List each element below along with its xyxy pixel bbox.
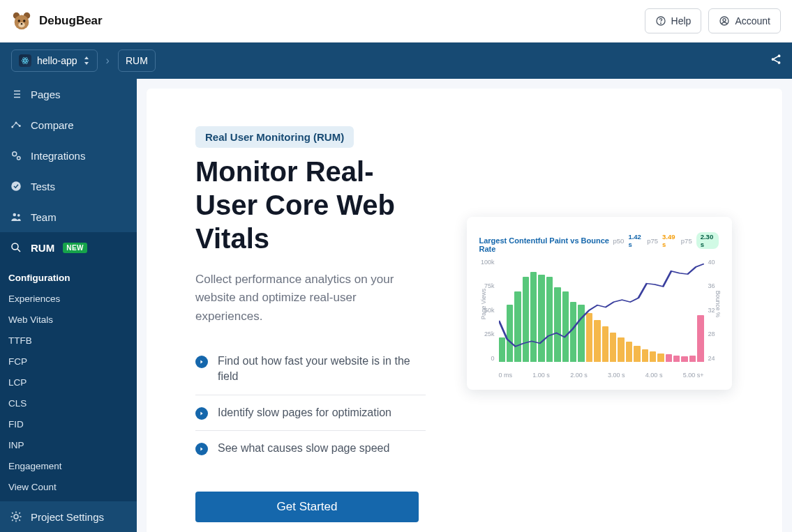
rum-sub-configuration[interactable]: Configuration [0, 267, 137, 288]
sidebar-item-rum[interactable]: RUM NEW [0, 232, 137, 263]
account-button[interactable]: Account [708, 8, 781, 33]
rum-sub-cls[interactable]: CLS [0, 393, 137, 413]
project-selector[interactable]: hello-app [11, 50, 98, 72]
rum-sub-web-vitals[interactable]: Web Vitals [0, 309, 137, 330]
svg-point-29 [11, 181, 21, 191]
share-button[interactable] [770, 53, 782, 68]
sidebar-item-label: Pages [31, 89, 61, 100]
rum-sub-lcp[interactable]: LCP [0, 372, 137, 393]
team-icon [10, 211, 22, 223]
plot-area [499, 259, 704, 362]
account-icon [719, 15, 730, 26]
y-axis-left: 100k75k50k25k0 [477, 259, 495, 362]
content-area: Real User Monitoring (RUM) Monitor Real-… [137, 79, 792, 532]
svg-point-4 [23, 20, 25, 22]
svg-point-31 [17, 214, 20, 217]
hero-card: Real User Monitoring (RUM) Monitor Real-… [147, 89, 782, 532]
rum-sub-engagement[interactable]: Engagement [0, 455, 137, 476]
chart-title: Largest Contentful Paint vs Bounce Rate [479, 236, 613, 253]
feature-item: See what causes slow page speed [195, 431, 426, 466]
bear-logo-icon [11, 10, 32, 31]
sidebar-item-team[interactable]: Team [0, 202, 137, 232]
magnify-icon [10, 241, 22, 254]
account-label: Account [735, 15, 770, 26]
sidebar-item-project-settings[interactable]: Project Settings [0, 501, 137, 532]
sidebar-item-integrations[interactable]: Integrations [0, 140, 137, 171]
sidebar-item-label: Integrations [31, 150, 85, 162]
sidebar: Pages Compare Integrations Tests Team RU… [0, 79, 137, 532]
sidebar-item-pages[interactable]: Pages [0, 79, 137, 109]
chevron-right-icon: › [106, 54, 110, 67]
svg-point-14 [24, 60, 26, 61]
top-actions: Help Account [645, 8, 781, 33]
y-axis-right: 4036322824 [708, 259, 722, 362]
breadcrumb-current[interactable]: RUM [118, 50, 156, 72]
chart-body: Page Views Bounce % 100k75k50k25k0 40363… [477, 259, 722, 379]
sidebar-item-label: RUM [31, 242, 54, 254]
react-icon [19, 54, 31, 67]
svg-point-30 [13, 213, 17, 217]
svg-point-8 [660, 23, 661, 24]
breadcrumb-current-label: RUM [126, 55, 148, 66]
arrow-circle-icon [195, 407, 208, 420]
share-icon [770, 53, 782, 66]
bounce-line [499, 259, 704, 362]
x-axis: 0 ms1.00 s2.00 s3.00 s4.00 s5.00 s+ [499, 372, 704, 379]
svg-point-3 [18, 20, 20, 22]
rum-sub-view-count[interactable]: View Count [0, 476, 137, 497]
sidebar-item-compare[interactable]: Compare [0, 109, 137, 140]
sidebar-item-label: Team [31, 211, 57, 223]
page-title: Monitor Real-User Core Web Vitals [195, 155, 426, 255]
rum-sub-fcp[interactable]: FCP [0, 351, 137, 372]
svg-point-27 [13, 152, 17, 156]
feature-pill: Real User Monitoring (RUM) [195, 126, 354, 148]
chart-metrics: p501.42 sp753.49 sp752.30 s [613, 232, 719, 249]
project-name: hello-app [37, 55, 77, 66]
svg-point-6 [21, 23, 22, 24]
get-started-button[interactable]: Get Started [195, 492, 419, 522]
arrow-circle-icon [195, 443, 208, 455]
chart-card: Largest Contentful Paint vs Bounce Rate … [467, 217, 732, 390]
brand[interactable]: DebugBear [11, 10, 103, 31]
brand-name: DebugBear [39, 14, 103, 28]
sidebar-item-label: Project Settings [31, 511, 104, 523]
top-bar: DebugBear Help Account [0, 0, 792, 43]
help-icon [655, 15, 666, 26]
gear-icon [10, 510, 22, 523]
lead-text: Collect performance analytics on your we… [195, 271, 426, 326]
sidebar-item-label: Tests [31, 181, 55, 192]
feature-item: Identify slow pages for optimization [195, 395, 426, 431]
sidebar-item-tests[interactable]: Tests [0, 171, 137, 202]
rum-sub-inp[interactable]: INP [0, 434, 137, 455]
list-icon [10, 88, 22, 100]
gears-icon [10, 149, 22, 162]
feature-item: Find out how fast your website is in the… [195, 344, 426, 395]
breadcrumb-bar: hello-app › RUM [0, 43, 792, 79]
svg-point-28 [17, 157, 21, 160]
rum-submenu: ConfigurationExperiencesWeb VitalsTTFBFC… [0, 263, 137, 501]
rum-sub-ttfb[interactable]: TTFB [0, 330, 137, 351]
rum-sub-fid[interactable]: FID [0, 413, 137, 434]
new-badge: NEW [63, 243, 87, 253]
help-button[interactable]: Help [645, 8, 702, 33]
svg-line-33 [17, 249, 20, 252]
sort-icon [83, 56, 90, 65]
help-label: Help [671, 15, 692, 26]
svg-point-10 [723, 19, 726, 22]
sidebar-item-label: Compare [31, 119, 74, 131]
feature-list: Find out how fast your website is in the… [195, 344, 426, 466]
compare-icon [10, 119, 22, 131]
arrow-circle-icon [195, 356, 208, 368]
rum-sub-experiences[interactable]: Experiences [0, 288, 137, 309]
check-circle-icon [10, 180, 22, 192]
svg-point-32 [12, 243, 18, 250]
